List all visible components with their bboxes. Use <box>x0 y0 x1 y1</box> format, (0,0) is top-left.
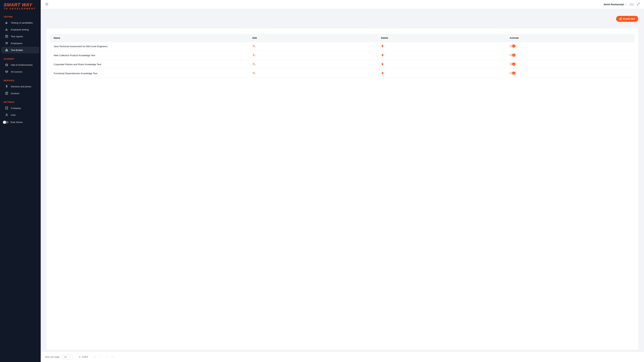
svg-rect-51 <box>253 64 254 65</box>
svg-rect-35 <box>253 46 254 47</box>
academic-icon <box>5 70 8 73</box>
first-page-button[interactable] <box>94 356 96 358</box>
table-row: Functional Dependencies Knowledge Test <box>50 69 635 78</box>
sidebar-item-test-builder[interactable]: Test Builder <box>2 47 39 54</box>
language-selector[interactable]: EN <box>630 3 634 6</box>
sidebar-item-all-courses[interactable]: All courses <box>2 68 39 75</box>
playlist-edit-icon <box>252 54 256 57</box>
sidebar-item-label: Hall of Achievements <box>11 64 32 66</box>
cell-edit <box>249 51 378 60</box>
toggle-thumb <box>3 121 6 124</box>
hamburger-icon <box>45 2 48 6</box>
sidebar-item-hall-achievements[interactable]: Hall of Achievements <box>2 62 39 68</box>
check-icon <box>513 45 515 47</box>
sidebar-item-invoices[interactable]: Invoices <box>2 90 39 97</box>
toggle-thumb-on <box>512 72 516 75</box>
col-delete: Delete <box>378 34 506 42</box>
sidebar-item-label: Employee testing <box>11 28 29 31</box>
chevron-right-icon <box>105 356 108 358</box>
delete-button[interactable] <box>381 45 384 48</box>
check-icon <box>513 63 515 65</box>
dollar-icon <box>5 85 8 88</box>
cell-activate <box>506 69 635 78</box>
trash-icon <box>381 54 384 56</box>
playlist-edit-icon <box>252 44 256 48</box>
cell-delete <box>378 60 506 69</box>
activate-toggle[interactable] <box>510 54 515 56</box>
edit-button[interactable] <box>252 54 256 57</box>
col-activate: Activate <box>506 34 635 42</box>
edit-button[interactable] <box>252 44 256 48</box>
dark-theme-toggle[interactable] <box>3 121 9 124</box>
sidebar-item-label: Services and prices <box>11 85 31 88</box>
svg-rect-6 <box>6 35 8 38</box>
last-page-button[interactable] <box>111 356 114 358</box>
svg-point-7 <box>6 36 6 36</box>
trash-icon <box>381 45 384 48</box>
edit-button[interactable] <box>252 62 256 66</box>
svg-rect-34 <box>253 46 254 46</box>
sidebar-item-company[interactable]: Company <box>2 105 39 112</box>
sidebar-item-user[interactable]: User <box>2 112 39 118</box>
tests-table: Name Edit Delete Activate Java Technical… <box>50 34 635 78</box>
cell-edit <box>249 42 378 51</box>
sidebar-item-label: Testing of candidates <box>11 22 33 24</box>
svg-point-14 <box>7 50 8 51</box>
content: Create test Name Edit Delete Activate Ja… <box>41 9 644 362</box>
playlist-edit-icon <box>252 62 256 66</box>
check-icon <box>513 72 515 74</box>
chevron-down-icon <box>624 4 627 6</box>
section-academy: ACADEMY <box>0 54 41 62</box>
svg-rect-1 <box>6 22 6 24</box>
cell-activate <box>506 60 635 69</box>
svg-rect-60 <box>382 72 384 72</box>
svg-rect-0 <box>6 23 6 24</box>
delete-button[interactable] <box>381 63 384 66</box>
activate-toggle[interactable] <box>510 63 515 66</box>
prev-page-button[interactable] <box>100 356 102 358</box>
user-menu[interactable]: Serhii Rushanskyi <box>604 3 627 6</box>
svg-rect-36 <box>382 45 384 46</box>
svg-rect-50 <box>253 64 254 64</box>
cell-edit <box>249 69 378 78</box>
shapes-icon <box>5 48 8 52</box>
paginator: Items per page: 10 1 - 4 of 4 <box>41 352 644 362</box>
toggle-thumb-on <box>512 54 516 57</box>
delete-button[interactable] <box>381 72 384 74</box>
fullscreen-button[interactable] <box>637 3 640 6</box>
svg-rect-58 <box>253 73 254 73</box>
svg-rect-37 <box>382 45 383 45</box>
activate-toggle[interactable] <box>510 72 515 74</box>
page-size-value: 10 <box>64 356 66 358</box>
sidebar-item-services-prices[interactable]: Services and prices <box>2 83 39 90</box>
svg-rect-49 <box>253 63 254 64</box>
section-settings: SETTINGS <box>0 97 41 105</box>
chart-icon <box>5 28 8 31</box>
next-page-button[interactable] <box>105 356 108 358</box>
sidebar-item-label: User <box>11 114 16 116</box>
cell-name: Corporate Policies and Rules Knowledge T… <box>50 60 249 69</box>
page-size-select[interactable]: 10 <box>62 354 73 360</box>
brand-logo: SMART WAY TO DEVELOPMENT <box>0 0 41 11</box>
delete-button[interactable] <box>381 54 384 56</box>
invoice-icon <box>5 92 8 95</box>
sidebar-item-employee-testing[interactable]: Employee testing <box>2 26 39 33</box>
create-test-button[interactable]: Create test <box>616 16 638 22</box>
building-icon <box>5 106 8 110</box>
svg-rect-42 <box>253 55 254 55</box>
items-per-page-label: Items per page: <box>45 356 60 358</box>
svg-rect-20 <box>6 107 8 109</box>
edit-button[interactable] <box>252 72 256 75</box>
svg-point-11 <box>7 42 8 43</box>
svg-rect-43 <box>253 56 254 56</box>
bars-icon <box>5 21 8 24</box>
col-edit: Edit <box>249 34 378 42</box>
toggle-thumb-on <box>512 44 516 48</box>
svg-rect-13 <box>6 50 6 51</box>
sidebar-item-test-reports[interactable]: Test reports <box>2 33 39 40</box>
sidebar-item-testing-candidates[interactable]: Testing of candidates <box>2 19 39 26</box>
sidebar-item-employees[interactable]: Employees <box>2 40 39 47</box>
star-icon <box>5 63 8 66</box>
menu-toggle-button[interactable] <box>45 2 48 7</box>
activate-toggle[interactable] <box>510 45 515 47</box>
